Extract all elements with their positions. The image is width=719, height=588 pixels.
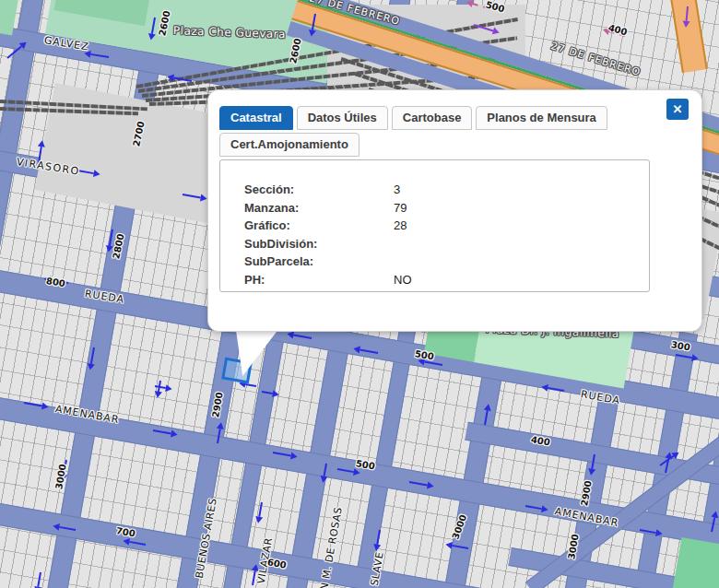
field-label: SubParcela: (244, 254, 313, 268)
popup-tab-row-2: Cert.Amojonamiento (219, 133, 360, 157)
popup-tab-row-1: CatastralDatos ÚtilesCartobasePlanos de … (219, 106, 607, 130)
field-row: Sección:3 (244, 182, 631, 200)
field-row: PH:NO (244, 273, 631, 290)
field-value: 79 (394, 201, 407, 215)
field-row: Manzana:79 (244, 201, 631, 218)
cadastral-fields-panel: Sección:3Manzana:79Gráfico:28SubDivisión… (219, 159, 650, 292)
field-label: PH: (244, 273, 265, 287)
tab-datos-tiles[interactable]: Datos Útiles (297, 106, 388, 130)
field-value: 3 (394, 182, 400, 196)
field-label: SubDivisión: (244, 237, 317, 251)
field-label: Gráfico: (244, 218, 290, 232)
tab-planos-de-mensura[interactable]: Planos de Mensura (476, 106, 607, 130)
field-label: Manzana: (244, 201, 299, 215)
field-value: 28 (394, 218, 407, 232)
field-row: SubDivisión: (244, 237, 631, 254)
tab-catastral[interactable]: Catastral (219, 106, 293, 130)
map-application: GALVEZVIRASORORUEDAAMENABARRUEDAAMENABAR… (0, 0, 719, 588)
close-icon[interactable]: ✕ (666, 99, 689, 120)
tab-cartobase[interactable]: Cartobase (392, 106, 473, 130)
field-label: Sección: (244, 182, 294, 196)
field-row: Gráfico:28 (244, 218, 631, 236)
tab-cert-amojonamiento[interactable]: Cert.Amojonamiento (219, 133, 360, 157)
parcel-info-popup: ✕ CatastralDatos ÚtilesCartobasePlanos d… (207, 89, 702, 332)
field-value: NO (394, 273, 412, 287)
field-row: SubParcela: (244, 254, 631, 272)
